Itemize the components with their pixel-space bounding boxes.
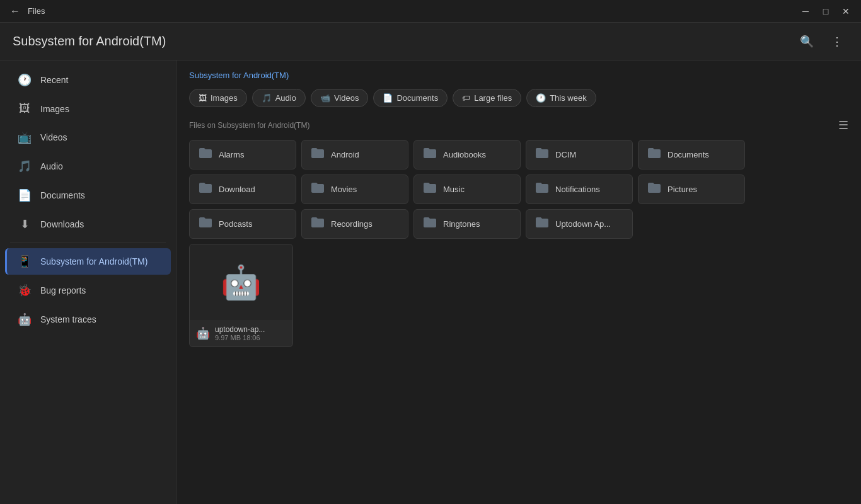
sidebar-item-recent[interactable]: 🕐 Recent <box>5 67 171 93</box>
filter-pill-this-week[interactable]: 🕐This week <box>526 89 596 107</box>
titlebar-title: Files <box>28 6 798 16</box>
file-size-time: 9.97 MB 18:06 <box>215 334 265 341</box>
folder-item[interactable]: Audiobooks <box>413 140 521 169</box>
folder-item[interactable]: Uptodown Ap... <box>526 209 633 239</box>
this week-filter-icon: 🕐 <box>536 93 546 103</box>
main-layout: 🕐 Recent 🖼 Images 📺 Videos 🎵 Audio 📄 Doc… <box>0 60 861 504</box>
folder-item[interactable]: Recordings <box>301 209 408 239</box>
sidebar-item-images[interactable]: 🖼 Images <box>5 96 171 122</box>
folder-item[interactable]: Documents <box>638 140 745 169</box>
maximize-button[interactable]: □ <box>818 4 833 19</box>
search-button[interactable]: 🔍 <box>795 30 818 53</box>
sidebar-divider <box>10 243 166 243</box>
sidebar-item-bug-reports[interactable]: 🐞 Bug reports <box>5 277 171 304</box>
folder-icon <box>647 181 661 197</box>
folder-item[interactable]: Android <box>301 140 408 169</box>
file-card[interactable]: 🤖 🤖 uptodown-ap... 9.97 MB 18:06 <box>189 244 293 347</box>
sidebar-label-audio: Audio <box>40 161 63 171</box>
sidebar-label-images: Images <box>40 104 69 114</box>
folder-item[interactable]: Podcasts <box>189 209 296 239</box>
sidebar-item-documents[interactable]: 📄 Documents <box>5 182 171 209</box>
folder-name: Pictures <box>667 185 697 194</box>
documents-icon: 📄 <box>18 188 32 202</box>
folder-icon <box>199 181 212 197</box>
folder-icon <box>311 147 325 163</box>
folder-name: Podcasts <box>219 219 252 229</box>
filter-pill-documents[interactable]: 📄Documents <box>373 89 448 107</box>
folder-icon <box>535 181 549 197</box>
folder-item[interactable]: Movies <box>301 175 408 204</box>
documents-filter-icon: 📄 <box>383 93 393 103</box>
folder-name: Android <box>331 150 359 159</box>
folder-name: Recordings <box>331 219 373 229</box>
documents-filter-label: Documents <box>396 93 438 103</box>
folder-item[interactable]: Music <box>413 175 521 204</box>
subsystem-icon: 📱 <box>18 255 32 268</box>
sidebar-label-bug-reports: Bug reports <box>40 285 86 295</box>
back-button[interactable]: ← <box>8 4 23 19</box>
videos-icon: 📺 <box>18 130 32 144</box>
file-grid: 🤖 🤖 uptodown-ap... 9.97 MB 18:06 <box>189 244 848 347</box>
close-button[interactable]: ✕ <box>838 4 853 19</box>
section-header: Files on Subsystem for Android(TM) ☰ <box>189 118 848 132</box>
folder-item[interactable]: Download <box>189 175 296 204</box>
file-preview: 🤖 <box>190 244 292 320</box>
folder-name: Audiobooks <box>443 150 486 159</box>
audio-filter-label: Audio <box>275 93 296 103</box>
breadcrumb[interactable]: Subsystem for Android(TM) <box>189 71 848 80</box>
folder-name: Alarms <box>219 150 244 159</box>
folder-item[interactable]: Ringtones <box>413 209 521 239</box>
sidebar-item-system-traces[interactable]: 🤖 System traces <box>5 306 171 333</box>
file-name: uptodown-ap... <box>215 325 265 334</box>
titlebar: ← Files ─ □ ✕ <box>0 0 861 23</box>
folder-item[interactable]: Notifications <box>526 175 633 204</box>
folder-item[interactable]: DCIM <box>526 140 633 169</box>
large files-filter-label: Large files <box>474 93 512 103</box>
folder-icon <box>311 216 325 232</box>
system-traces-icon: 🤖 <box>18 312 32 326</box>
folder-name: Music <box>443 185 465 194</box>
audio-filter-icon: 🎵 <box>262 93 272 103</box>
sidebar-label-subsystem: Subsystem for Android(TM) <box>40 256 147 266</box>
filter-bar: 🖼Images🎵Audio📹Videos📄Documents🏷Large fil… <box>189 89 848 107</box>
view-toggle-button[interactable]: ☰ <box>838 118 848 132</box>
folder-icon <box>535 147 549 163</box>
more-icon: ⋮ <box>831 35 843 49</box>
app-header: Subsystem for Android(TM) 🔍 ⋮ <box>0 23 861 60</box>
folder-name: Documents <box>667 150 709 159</box>
folder-icon <box>311 181 325 197</box>
sidebar-item-subsystem[interactable]: 📱 Subsystem for Android(TM) <box>5 248 171 275</box>
sidebar-item-videos[interactable]: 📺 Videos <box>5 124 171 151</box>
folder-name: Ringtones <box>443 219 480 229</box>
folder-icon <box>423 147 437 163</box>
folder-icon <box>647 147 661 163</box>
header-actions: 🔍 ⋮ <box>795 30 848 53</box>
folder-grid: Alarms Android Audiobooks DCIM Documents… <box>189 140 848 239</box>
file-info: 🤖 uptodown-ap... 9.97 MB 18:06 <box>190 320 292 346</box>
videos-filter-icon: 📹 <box>320 93 330 103</box>
filter-pill-audio[interactable]: 🎵Audio <box>252 89 306 107</box>
folder-icon <box>199 147 212 163</box>
filter-pill-videos[interactable]: 📹Videos <box>311 89 369 107</box>
more-options-button[interactable]: ⋮ <box>826 30 848 53</box>
minimize-button[interactable]: ─ <box>798 4 813 19</box>
sidebar: 🕐 Recent 🖼 Images 📺 Videos 🎵 Audio 📄 Doc… <box>0 60 176 504</box>
android-icon: 🤖 <box>221 263 262 302</box>
sidebar-item-audio[interactable]: 🎵 Audio <box>5 153 171 180</box>
sidebar-label-system-traces: System traces <box>40 314 96 324</box>
sidebar-label-recent: Recent <box>40 75 68 85</box>
folder-name: Download <box>219 185 255 194</box>
file-meta: uptodown-ap... 9.97 MB 18:06 <box>215 325 265 341</box>
downloads-icon: ⬇ <box>18 217 32 231</box>
sidebar-item-downloads[interactable]: ⬇ Downloads <box>5 211 171 238</box>
folder-name: Notifications <box>555 185 600 194</box>
folder-item[interactable]: Alarms <box>189 140 296 169</box>
sidebar-label-videos: Videos <box>40 132 67 142</box>
folder-item[interactable]: Pictures <box>638 175 745 204</box>
filter-pill-images[interactable]: 🖼Images <box>189 89 247 107</box>
sidebar-label-downloads: Downloads <box>40 219 84 229</box>
folder-name: Movies <box>331 185 357 194</box>
content-area: Subsystem for Android(TM) 🖼Images🎵Audio📹… <box>176 60 861 504</box>
folder-icon <box>423 216 437 232</box>
filter-pill-large-files[interactable]: 🏷Large files <box>453 89 521 107</box>
